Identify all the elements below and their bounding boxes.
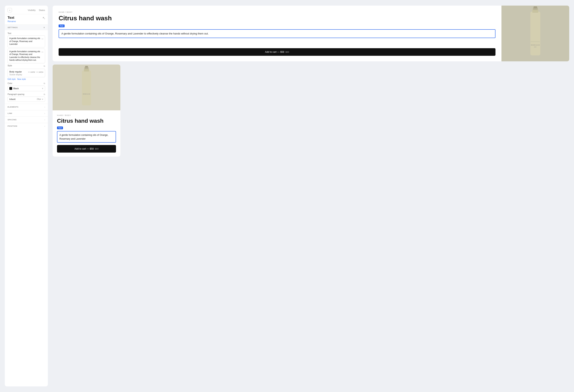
- states-tab[interactable]: States: [39, 9, 45, 11]
- style-desktop-size: ▭ 24/32: [28, 71, 35, 73]
- back-button[interactable]: ‹: [8, 8, 12, 12]
- svg-text:BROWN ALCHE: BROWN ALCHE: [531, 44, 540, 46]
- svg-text:MIST: MIST: [534, 46, 536, 48]
- color-selector[interactable]: Black ∨: [8, 86, 45, 91]
- color-label-row: Color ⧉: [8, 82, 45, 85]
- card-large-btn-label: Add to cart — $58: [265, 51, 284, 53]
- visibility-tab[interactable]: Visibility: [28, 9, 36, 11]
- settings-chevron: ∨: [43, 26, 45, 28]
- svg-rect-7: [82, 71, 91, 105]
- para-chevron: ∨: [42, 98, 43, 100]
- card-small-description-box: A gentle formulation containing oils of …: [57, 131, 116, 143]
- svg-rect-0: [530, 12, 540, 55]
- para-inherit: Inherit: [9, 98, 16, 100]
- style-font: Suisse display: [9, 74, 43, 76]
- card-small-old-price: $69: [95, 148, 99, 150]
- para-size-row: 24px ∨: [37, 98, 43, 100]
- card-large-text-badge: Text: [59, 24, 64, 27]
- left-panel: ‹ Visibility States Text ≡T Rename SETTI…: [5, 6, 48, 386]
- color-swatch-row: Black: [9, 87, 19, 90]
- style-name: Body regular: [9, 71, 22, 73]
- style-name-row: Body regular ▭ 24/32 ▭ 16/24: [9, 70, 43, 73]
- card-large-top: HAND / BODY Citrus hand wash Text A gent…: [59, 11, 495, 41]
- new-style-link[interactable]: New style: [17, 78, 26, 80]
- svg-rect-4: [531, 41, 540, 42]
- card-small-image: BROWN ALCHE: [53, 64, 120, 110]
- desktop-icon-1: ▭: [41, 38, 43, 40]
- text-input-1[interactable]: A gentle formulation containing oils of …: [8, 36, 45, 47]
- link-label: LINK: [8, 112, 12, 114]
- card-large-old-price: $69: [286, 51, 289, 53]
- card-small-description: A gentle formulation containing oils of …: [59, 134, 108, 140]
- text-input-2[interactable]: A gentle formulation containing oils of …: [8, 49, 45, 63]
- panel-nav: Visibility States: [28, 9, 45, 11]
- spacing-chevron: ‹: [44, 119, 45, 121]
- card-small-title: Citrus hand wash: [57, 118, 116, 124]
- product-tube-large: BROWN ALCHE MIST: [526, 6, 544, 61]
- card-small-add-to-cart[interactable]: Add to cart — $58 $69: [57, 145, 116, 153]
- card-small-category: HAND / BODY: [57, 114, 116, 116]
- svg-rect-3: [533, 6, 537, 8]
- card-large-title: Citrus hand wash: [59, 15, 495, 22]
- panel-title-row: Text ≡T: [5, 14, 48, 20]
- card-small-text-badge: Text: [57, 126, 63, 129]
- text-value-1: A gentle formulation containing oils of …: [9, 37, 41, 46]
- text-align-icon[interactable]: ≡T: [43, 16, 45, 20]
- card-small-btn-label: Add to cart — $58: [74, 147, 94, 150]
- card-small-bottom: HAND / BODY Citrus hand wash Text A gent…: [53, 110, 120, 157]
- product-tube-small: BROWN ALCHE: [80, 65, 93, 109]
- edit-style-link[interactable]: Edit style: [8, 78, 16, 80]
- card-large-description-box: A gentle formulation containing oils of …: [59, 29, 495, 38]
- panel-header: ‹ Visibility States: [5, 6, 48, 14]
- mobile-icon-1: ▭: [41, 51, 43, 54]
- color-copy-icon[interactable]: ⧉: [44, 82, 45, 85]
- link-chevron: ‹: [44, 112, 45, 115]
- color-field-label: Color: [8, 82, 12, 84]
- card-large-add-to-cart[interactable]: Add to cart — $58 $69: [59, 48, 495, 56]
- style-links: Edit style New style: [8, 78, 45, 80]
- para-size: 24px: [37, 98, 41, 100]
- position-section[interactable]: POSITION ‹: [5, 123, 48, 129]
- elements-chevron: ‹: [44, 106, 45, 108]
- card-large-description: A gentle formulation containing oils of …: [62, 32, 208, 35]
- text-field-label: Text: [8, 32, 45, 35]
- settings-label: SETTINGS: [8, 26, 18, 28]
- settings-section-header[interactable]: SETTINGS ∨: [5, 24, 48, 30]
- style-copy-icon[interactable]: ⧉: [44, 65, 45, 67]
- link-section[interactable]: LINK ‹: [5, 110, 48, 117]
- svg-rect-10: [85, 66, 88, 68]
- product-card-large: HAND / BODY Citrus hand wash Text A gent…: [53, 6, 569, 61]
- style-row: Style ⧉: [8, 64, 45, 68]
- position-label: POSITION: [8, 125, 17, 127]
- settings-body: Text A gentle formulation containing oil…: [5, 30, 48, 104]
- color-name: Black: [13, 87, 19, 90]
- para-spacing-copy-icon[interactable]: ⧉: [44, 93, 45, 96]
- style-sizes: ▭ 24/32 ▭ 16/24: [28, 71, 43, 73]
- color-swatch: [9, 87, 12, 90]
- para-spacing-input[interactable]: Inherit 24px ∨: [8, 97, 45, 102]
- style-field-label: Style: [8, 64, 12, 67]
- spacing-label: SPACING: [8, 119, 17, 121]
- back-icon: ‹: [9, 9, 10, 11]
- spacing-section[interactable]: SPACING ‹: [5, 117, 48, 123]
- bottom-cards-row: BROWN ALCHE HAND / BODY Citrus hand wash…: [53, 64, 569, 157]
- svg-text:BROWN ALCHE: BROWN ALCHE: [83, 93, 90, 95]
- elements-section[interactable]: ELEMENTS ‹: [5, 104, 48, 110]
- right-content: HAND / BODY Citrus hand wash Text A gent…: [53, 6, 569, 386]
- text-value-2: A gentle formulation containing oils of …: [9, 50, 41, 62]
- color-chevron: ∨: [42, 87, 43, 89]
- style-box[interactable]: Body regular ▭ 24/32 ▭ 16/24 Suisse disp…: [8, 69, 45, 77]
- card-large-title-text: Citrus hand wash: [59, 15, 112, 22]
- position-chevron: ‹: [44, 125, 45, 127]
- style-mobile-size: ▭ 16/24: [36, 71, 43, 73]
- para-spacing-label-row: Paragraph spacing ⧉: [8, 93, 45, 96]
- rename-link[interactable]: Rename: [5, 20, 48, 24]
- panel-title: Text: [8, 16, 14, 20]
- card-large-category: HAND / BODY: [59, 11, 495, 13]
- card-large-image: BROWN ALCHE MIST: [501, 6, 569, 61]
- para-spacing-label: Paragraph spacing: [8, 93, 24, 96]
- product-card-small: BROWN ALCHE HAND / BODY Citrus hand wash…: [53, 64, 120, 157]
- card-large-text-area: HAND / BODY Citrus hand wash Text A gent…: [53, 6, 501, 61]
- elements-label: ELEMENTS: [8, 106, 19, 108]
